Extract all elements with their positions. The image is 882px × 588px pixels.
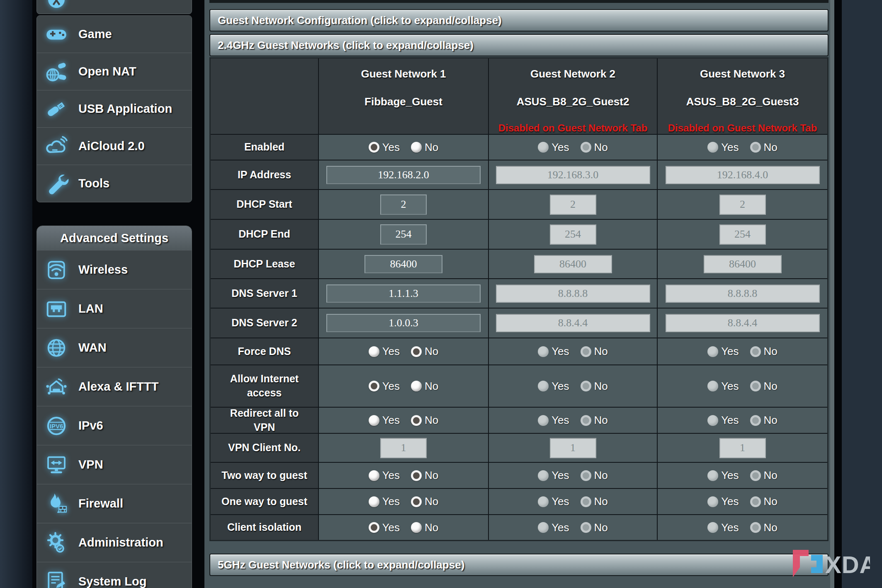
yes-no-radio-group: YesNo	[369, 495, 439, 508]
sidebar-item-lan[interactable]: LAN	[37, 289, 192, 328]
yes-radio-label: Yes	[721, 521, 739, 534]
sidebar-item-wan[interactable]: WAN	[37, 328, 192, 367]
yes-no-radio-group: YesNo	[538, 495, 608, 508]
no-radio[interactable]	[411, 522, 422, 533]
sidebar-item-alexa-ifttt[interactable]: Alexa & IFTTT	[37, 367, 192, 406]
dns-server-2-input-gn1[interactable]	[326, 314, 481, 332]
svg-text:XDA: XDA	[825, 551, 870, 578]
yes-no-radio-group: YesNo	[538, 345, 608, 358]
row-label-two-way-to-guest: Two way to guest	[211, 463, 318, 488]
cell-ip-address-gn2	[489, 160, 657, 189]
yes-radio-label: Yes	[552, 345, 569, 358]
cell-force-dns-gn3: YesNo	[658, 338, 827, 364]
right-page-band	[842, 0, 882, 588]
column-ssid: ASUS_B8_2G_Guest3	[686, 95, 799, 108]
section-bar-5ghz-guest-networks[interactable]: 5GHz Guest Networks (click to expand/col…	[209, 554, 829, 576]
no-radio	[750, 470, 761, 481]
yes-radio-label: Yes	[552, 141, 569, 154]
cell-dns-server-1-gn1	[319, 279, 488, 308]
no-radio-label: No	[764, 469, 778, 482]
sidebar-item-partial[interactable]	[36, 0, 192, 14]
dhcp-start-input-gn1[interactable]	[380, 194, 427, 215]
yes-radio	[707, 470, 718, 481]
yes-no-radio-group: YesNo	[538, 414, 608, 427]
no-radio-label: No	[764, 345, 778, 358]
yes-radio	[707, 415, 718, 426]
game-icon	[43, 21, 70, 48]
yes-no-radio-group: YesNo	[707, 345, 778, 358]
yes-radio-label: Yes	[721, 141, 739, 154]
yes-radio[interactable]	[369, 415, 379, 426]
dhcp-lease-input-gn1[interactable]	[364, 255, 442, 273]
yes-no-radio-group: YesNo	[707, 469, 778, 482]
sidebar-item-system-log[interactable]: System Log	[37, 562, 192, 588]
section-bar-guest-network-configuration[interactable]: Guest Network Configuration (click to ex…	[209, 9, 829, 32]
no-radio[interactable]	[411, 381, 422, 391]
sidebar-item-label: USB Application	[78, 102, 172, 116]
no-radio[interactable]	[411, 346, 422, 357]
sidebar-item-usb-application[interactable]: USB Application	[37, 90, 192, 127]
sidebar-item-open-nat[interactable]: Open NAT	[37, 53, 192, 90]
no-radio-label: No	[764, 495, 778, 508]
ip-address-input-gn1[interactable]	[326, 166, 481, 184]
no-radio	[581, 415, 591, 426]
yes-radio[interactable]	[369, 496, 379, 507]
sidebar-item-label: Tools	[78, 177, 109, 190]
yes-radio-label: Yes	[382, 380, 400, 393]
no-radio[interactable]	[411, 142, 422, 153]
dns-server-1-input-gn1[interactable]	[326, 284, 481, 303]
no-radio[interactable]	[411, 496, 422, 507]
cell-vpn-client-no-gn3	[658, 434, 827, 462]
column-title: Guest Network 3	[700, 68, 785, 80]
sidebar-item-label: System Log	[78, 575, 146, 588]
cell-enabled-gn1: YesNo	[319, 135, 488, 160]
yes-radio[interactable]	[369, 522, 379, 533]
sidebar-item-administration[interactable]: Administration	[37, 523, 192, 562]
yes-radio[interactable]	[369, 470, 379, 481]
cell-dns-server-2-gn3	[658, 309, 827, 338]
row-label-dhcp-lease: DHCP Lease	[211, 250, 318, 278]
no-radio-label: No	[594, 380, 608, 393]
sidebar-item-aicloud-2-0[interactable]: AiCloud 2.0	[37, 127, 192, 165]
yes-no-radio-group: YesNo	[707, 414, 778, 427]
sidebar-item-tools[interactable]: Tools	[37, 165, 192, 202]
no-radio-label: No	[425, 521, 438, 534]
no-radio	[750, 381, 761, 391]
sidebar: GameOpen NATUSB ApplicationAiCloud 2.0To…	[36, 0, 192, 588]
dhcp-lease-input-gn2	[534, 255, 612, 273]
yes-radio-label: Yes	[721, 380, 739, 393]
yes-no-radio-group: YesNo	[369, 521, 439, 534]
cell-one-way-to-guest-gn3: YesNo	[658, 489, 827, 514]
sidebar-item-wireless[interactable]: Wireless	[37, 250, 192, 289]
no-radio-label: No	[425, 141, 438, 154]
dhcp-end-input-gn1[interactable]	[380, 224, 427, 245]
cell-dhcp-lease-gn1	[319, 250, 488, 278]
yes-radio[interactable]	[369, 142, 379, 153]
row-label-redirect-all-to-vpn: Redirect all to VPN	[211, 408, 318, 433]
sidebar-item-label: LAN	[78, 302, 103, 316]
wan-icon	[43, 334, 70, 362]
header-corner-cell	[211, 58, 318, 134]
column-disabled-note: Disabled on Guest Network Tab	[668, 122, 817, 134]
cell-redirect-all-to-vpn-gn1: YesNo	[319, 408, 488, 433]
vpn-client-no-input-gn2	[550, 438, 596, 458]
cell-dhcp-lease-gn3	[658, 250, 827, 278]
cell-client-isolation-gn1: YesNo	[319, 515, 488, 540]
cell-dns-server-1-gn2	[489, 279, 657, 308]
section-bar-24ghz-guest-networks[interactable]: 2.4GHz Guest Networks (click to expand/c…	[209, 34, 829, 56]
no-radio[interactable]	[411, 470, 422, 481]
yes-radio[interactable]	[369, 381, 379, 391]
no-radio[interactable]	[411, 415, 422, 426]
sidebar-item-ipv6[interactable]: IPv6	[37, 406, 192, 445]
sidebar-item-game[interactable]: Game	[37, 16, 192, 53]
sidebar-item-firewall[interactable]: Firewall	[37, 484, 192, 523]
yes-radio[interactable]	[369, 346, 379, 357]
no-radio-label: No	[764, 521, 778, 534]
section-bar-label: 5GHz Guest Networks (click to expand/col…	[218, 559, 464, 571]
yes-radio	[538, 346, 549, 357]
cell-allow-internet-access-gn3: YesNo	[658, 365, 827, 407]
cell-redirect-all-to-vpn-gn3: YesNo	[658, 408, 827, 433]
sidebar-item-vpn[interactable]: VPN	[37, 445, 192, 484]
sidebar-item-label: Firewall	[78, 497, 123, 510]
sidebar-item-label: AiCloud 2.0	[78, 139, 145, 153]
